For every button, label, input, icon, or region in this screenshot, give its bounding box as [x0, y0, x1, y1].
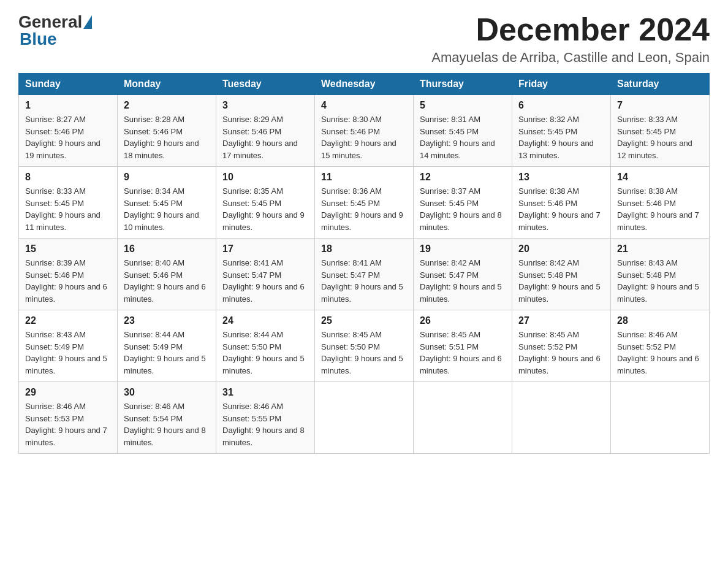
day-number: 25 [321, 315, 407, 326]
calendar-day-cell: 14 Sunrise: 8:38 AMSunset: 5:46 PMDaylig… [611, 167, 710, 239]
day-number: 3 [222, 100, 308, 111]
day-number: 21 [617, 243, 703, 255]
day-info: Sunrise: 8:34 AMSunset: 5:45 PMDaylight:… [124, 185, 210, 233]
day-number: 13 [518, 172, 604, 183]
calendar-day-cell: 7 Sunrise: 8:33 AMSunset: 5:45 PMDayligh… [611, 95, 710, 167]
day-number: 31 [222, 387, 308, 398]
day-info: Sunrise: 8:33 AMSunset: 5:45 PMDaylight:… [617, 113, 703, 161]
day-number: 15 [25, 243, 111, 255]
day-info: Sunrise: 8:37 AMSunset: 5:45 PMDaylight:… [420, 185, 506, 233]
day-info: Sunrise: 8:46 AMSunset: 5:54 PMDaylight:… [124, 400, 210, 448]
calendar-day-cell: 20 Sunrise: 8:42 AMSunset: 5:48 PMDaylig… [512, 239, 611, 310]
day-number: 14 [617, 172, 703, 183]
calendar-day-cell: 3 Sunrise: 8:29 AMSunset: 5:46 PMDayligh… [216, 95, 315, 167]
calendar-day-cell: 5 Sunrise: 8:31 AMSunset: 5:45 PMDayligh… [414, 95, 512, 167]
day-number: 9 [124, 172, 210, 183]
calendar-day-cell [512, 382, 611, 454]
col-sunday: Sunday [19, 74, 118, 95]
calendar-day-cell: 28 Sunrise: 8:46 AMSunset: 5:52 PMDaylig… [611, 310, 710, 382]
day-info: Sunrise: 8:45 AMSunset: 5:50 PMDaylight:… [321, 329, 407, 377]
day-info: Sunrise: 8:31 AMSunset: 5:45 PMDaylight:… [420, 113, 506, 161]
calendar-day-cell: 4 Sunrise: 8:30 AMSunset: 5:46 PMDayligh… [315, 95, 414, 167]
calendar-week-row: 8 Sunrise: 8:33 AMSunset: 5:45 PMDayligh… [19, 167, 710, 239]
logo-blue-text: Blue [20, 29, 57, 48]
day-info: Sunrise: 8:42 AMSunset: 5:48 PMDaylight:… [518, 257, 604, 305]
day-info: Sunrise: 8:32 AMSunset: 5:45 PMDaylight:… [518, 113, 604, 161]
day-info: Sunrise: 8:40 AMSunset: 5:46 PMDaylight:… [124, 257, 210, 305]
day-number: 24 [222, 315, 308, 326]
day-info: Sunrise: 8:46 AMSunset: 5:53 PMDaylight:… [25, 400, 111, 448]
day-number: 20 [518, 243, 604, 255]
calendar-table: Sunday Monday Tuesday Wednesday Thursday… [18, 73, 710, 454]
calendar-day-cell [414, 382, 512, 454]
day-number: 7 [617, 100, 703, 111]
day-number: 29 [25, 387, 111, 398]
day-info: Sunrise: 8:28 AMSunset: 5:46 PMDaylight:… [124, 113, 210, 161]
calendar-day-cell [315, 382, 414, 454]
calendar-day-cell: 6 Sunrise: 8:32 AMSunset: 5:45 PMDayligh… [512, 95, 611, 167]
calendar-day-cell: 31 Sunrise: 8:46 AMSunset: 5:55 PMDaylig… [216, 382, 315, 454]
day-info: Sunrise: 8:43 AMSunset: 5:49 PMDaylight:… [25, 329, 111, 377]
day-info: Sunrise: 8:29 AMSunset: 5:46 PMDaylight:… [222, 113, 308, 161]
calendar-day-cell: 8 Sunrise: 8:33 AMSunset: 5:45 PMDayligh… [19, 167, 118, 239]
logo: General Blue [18, 12, 93, 49]
day-number: 18 [321, 243, 407, 255]
calendar-day-cell: 12 Sunrise: 8:37 AMSunset: 5:45 PMDaylig… [414, 167, 512, 239]
col-saturday: Saturday [611, 74, 710, 95]
day-number: 28 [617, 315, 703, 326]
day-number: 19 [420, 243, 506, 255]
month-year-title: December 2024 [431, 12, 710, 47]
col-thursday: Thursday [414, 74, 512, 95]
calendar-day-cell: 13 Sunrise: 8:38 AMSunset: 5:46 PMDaylig… [512, 167, 611, 239]
day-info: Sunrise: 8:46 AMSunset: 5:55 PMDaylight:… [222, 400, 308, 448]
calendar-week-row: 22 Sunrise: 8:43 AMSunset: 5:49 PMDaylig… [19, 310, 710, 382]
calendar-day-cell: 26 Sunrise: 8:45 AMSunset: 5:51 PMDaylig… [414, 310, 512, 382]
calendar-day-cell: 24 Sunrise: 8:44 AMSunset: 5:50 PMDaylig… [216, 310, 315, 382]
calendar-day-cell: 1 Sunrise: 8:27 AMSunset: 5:46 PMDayligh… [19, 95, 118, 167]
day-info: Sunrise: 8:38 AMSunset: 5:46 PMDaylight:… [518, 185, 604, 233]
day-info: Sunrise: 8:44 AMSunset: 5:49 PMDaylight:… [124, 329, 210, 377]
day-number: 12 [420, 172, 506, 183]
calendar-week-row: 29 Sunrise: 8:46 AMSunset: 5:53 PMDaylig… [19, 382, 710, 454]
day-number: 27 [518, 315, 604, 326]
calendar-week-row: 15 Sunrise: 8:39 AMSunset: 5:46 PMDaylig… [19, 239, 710, 310]
day-info: Sunrise: 8:36 AMSunset: 5:45 PMDaylight:… [321, 185, 407, 233]
day-number: 5 [420, 100, 506, 111]
day-info: Sunrise: 8:38 AMSunset: 5:46 PMDaylight:… [617, 185, 703, 233]
day-info: Sunrise: 8:41 AMSunset: 5:47 PMDaylight:… [321, 257, 407, 305]
day-number: 1 [25, 100, 111, 111]
day-info: Sunrise: 8:46 AMSunset: 5:52 PMDaylight:… [617, 329, 703, 377]
calendar-day-cell [611, 382, 710, 454]
col-wednesday: Wednesday [315, 74, 414, 95]
logo-triangle-icon [83, 15, 92, 29]
calendar-day-cell: 16 Sunrise: 8:40 AMSunset: 5:46 PMDaylig… [118, 239, 216, 310]
col-friday: Friday [512, 74, 611, 95]
day-number: 16 [124, 243, 210, 255]
location-subtitle: Amayuelas de Arriba, Castille and Leon, … [431, 50, 710, 66]
calendar-day-cell: 23 Sunrise: 8:44 AMSunset: 5:49 PMDaylig… [118, 310, 216, 382]
day-info: Sunrise: 8:44 AMSunset: 5:50 PMDaylight:… [222, 329, 308, 377]
calendar-day-cell: 2 Sunrise: 8:28 AMSunset: 5:46 PMDayligh… [118, 95, 216, 167]
calendar-day-cell: 17 Sunrise: 8:41 AMSunset: 5:47 PMDaylig… [216, 239, 315, 310]
day-info: Sunrise: 8:42 AMSunset: 5:47 PMDaylight:… [420, 257, 506, 305]
day-number: 30 [124, 387, 210, 398]
calendar-day-cell: 18 Sunrise: 8:41 AMSunset: 5:47 PMDaylig… [315, 239, 414, 310]
calendar-day-cell: 9 Sunrise: 8:34 AMSunset: 5:45 PMDayligh… [118, 167, 216, 239]
day-number: 2 [124, 100, 210, 111]
calendar-day-cell: 15 Sunrise: 8:39 AMSunset: 5:46 PMDaylig… [19, 239, 118, 310]
day-number: 23 [124, 315, 210, 326]
calendar-week-row: 1 Sunrise: 8:27 AMSunset: 5:46 PMDayligh… [19, 95, 710, 167]
calendar-day-cell: 30 Sunrise: 8:46 AMSunset: 5:54 PMDaylig… [118, 382, 216, 454]
col-monday: Monday [118, 74, 216, 95]
day-info: Sunrise: 8:30 AMSunset: 5:46 PMDaylight:… [321, 113, 407, 161]
day-number: 11 [321, 172, 407, 183]
col-tuesday: Tuesday [216, 74, 315, 95]
day-number: 22 [25, 315, 111, 326]
day-number: 26 [420, 315, 506, 326]
day-info: Sunrise: 8:45 AMSunset: 5:52 PMDaylight:… [518, 329, 604, 377]
day-number: 8 [25, 172, 111, 183]
calendar-day-cell: 19 Sunrise: 8:42 AMSunset: 5:47 PMDaylig… [414, 239, 512, 310]
calendar-day-cell: 27 Sunrise: 8:45 AMSunset: 5:52 PMDaylig… [512, 310, 611, 382]
day-number: 17 [222, 243, 308, 255]
day-number: 4 [321, 100, 407, 111]
